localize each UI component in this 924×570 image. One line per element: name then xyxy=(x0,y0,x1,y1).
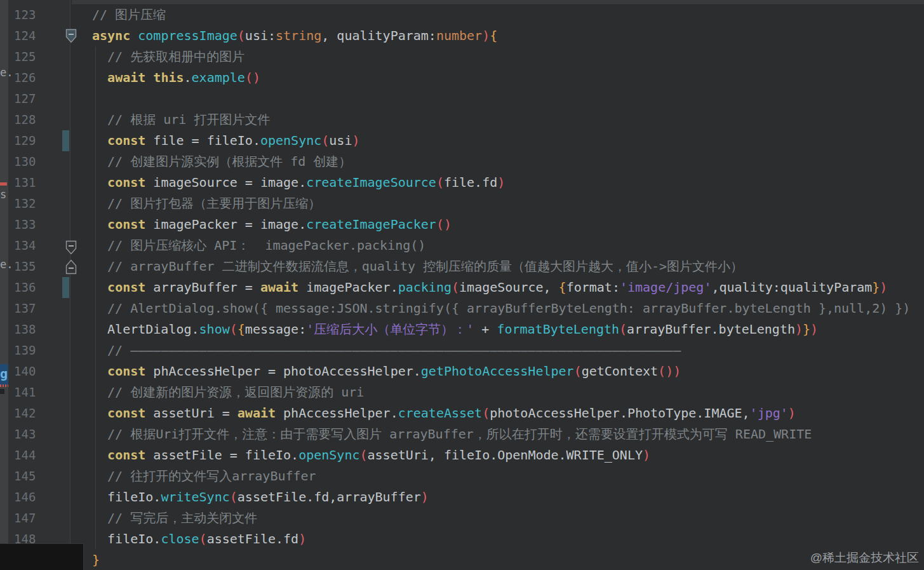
code-line[interactable]: const arrayBuffer = await imagePacker.pa… xyxy=(92,277,910,298)
code-token: // AlertDialog.show({ message:JSON.strin… xyxy=(92,301,910,316)
code-token: ) xyxy=(421,489,429,505)
line-number[interactable]: 135 xyxy=(14,256,36,277)
line-number[interactable]: 134 xyxy=(14,235,36,256)
code-token: imagePacker. xyxy=(298,280,398,295)
code-token: assetUri = xyxy=(145,405,238,421)
code-line[interactable]: // 先获取相册中的图片 xyxy=(92,46,910,67)
code-line[interactable]: async compressImage(usi:string, qualityP… xyxy=(92,25,910,46)
code-token: ) xyxy=(788,405,796,421)
line-number[interactable]: 143 xyxy=(14,424,36,445)
gutter-separator xyxy=(70,0,70,570)
code-line[interactable]: // 根据Uri打开文件，注意：由于需要写入图片 arrayBuffer，所以在… xyxy=(92,424,910,445)
vcs-change-marker[interactable] xyxy=(62,130,69,151)
code-token: { xyxy=(559,280,566,295)
line-number[interactable]: 125 xyxy=(14,46,36,67)
code-token xyxy=(92,405,107,421)
code-token: ( xyxy=(482,405,490,421)
code-token: usi: xyxy=(245,28,276,43)
fold-region-end-icon[interactable] xyxy=(65,259,77,277)
fold-region-start-icon[interactable] xyxy=(65,29,77,46)
code-token: await xyxy=(238,405,276,421)
line-number[interactable]: 144 xyxy=(14,445,36,466)
line-number[interactable]: 133 xyxy=(14,214,36,235)
code-token: arrayBuffer = xyxy=(145,280,260,295)
line-number[interactable]: 145 xyxy=(14,466,36,487)
code-line[interactable]: const file = fileIo.openSync(usi) xyxy=(92,130,910,151)
code-token: 'image/jpeg' xyxy=(620,280,712,295)
code-token: assetUri, fileIo.OpenMode.WRITE_ONLY xyxy=(368,447,643,463)
code-line[interactable]: // 图片打包器（主要用于图片压缩） xyxy=(92,193,910,214)
line-number[interactable]: 139 xyxy=(14,340,36,361)
code-line[interactable]: // 根据 uri 打开图片文件 xyxy=(92,109,910,130)
code-line[interactable]: // 图片压缩 xyxy=(92,4,910,25)
code-line[interactable] xyxy=(92,88,910,109)
editor-pane[interactable]: // 图片压缩async compressImage(usi:string, q… xyxy=(70,0,924,570)
code-token: // 根据 uri 打开图片文件 xyxy=(92,112,270,127)
code-line[interactable]: const assetFile = fileIo.openSync(assetU… xyxy=(92,445,910,466)
line-number[interactable]: 141 xyxy=(14,382,36,403)
code-line[interactable]: // —————————————————————————————————————… xyxy=(92,340,910,361)
code-token: formatByteLength xyxy=(497,322,619,337)
code-token: usi xyxy=(329,133,352,148)
code-token: ( xyxy=(452,280,459,295)
code-rows: // 图片压缩async compressImage(usi:string, q… xyxy=(92,4,910,570)
line-number[interactable]: 126 xyxy=(14,67,36,88)
watermark: @稀土掘金技术社区 xyxy=(810,550,919,566)
line-number[interactable]: 147 xyxy=(14,508,36,529)
code-line[interactable]: // 图片压缩核心 API： imagePacker.packing() xyxy=(92,235,910,256)
code-token: '压缩后大小（单位字节）：' xyxy=(306,322,481,337)
code-token: async xyxy=(92,28,130,43)
cropped-text-fragment: g xyxy=(0,366,8,381)
code-token: const xyxy=(107,217,145,232)
line-number[interactable]: 128 xyxy=(14,109,36,130)
code-line[interactable]: // 创建图片源实例（根据文件 fd 创建） xyxy=(92,151,910,172)
code-token: const xyxy=(107,363,145,379)
code-token xyxy=(92,175,107,190)
code-token: // 创建新的图片资源，返回图片资源的 uri xyxy=(92,384,364,400)
code-token: close xyxy=(161,531,199,546)
code-token: openSync xyxy=(298,447,359,463)
code-line[interactable]: AlertDialog.show({message:'压缩后大小（单位字节）：'… xyxy=(92,319,910,340)
line-number[interactable]: 140 xyxy=(14,361,36,382)
line-number[interactable]: 123 xyxy=(14,4,36,25)
line-number[interactable]: 138 xyxy=(14,319,36,340)
code-token: + xyxy=(481,322,497,337)
line-number[interactable]: 127 xyxy=(14,88,36,109)
code-line[interactable]: // AlertDialog.show({ message:JSON.strin… xyxy=(92,298,910,319)
line-number[interactable]: 142 xyxy=(14,403,36,424)
code-token: getPhotoAccessHelper xyxy=(421,363,574,379)
code-line[interactable]: const imageSource = image.createImageSou… xyxy=(92,172,910,193)
code-line[interactable]: fileIo.close(assetFile.fd) xyxy=(92,529,910,550)
code-token: example xyxy=(192,70,245,85)
code-token: imageSource, xyxy=(459,280,559,295)
line-number[interactable]: 132 xyxy=(14,193,36,214)
line-number[interactable]: 131 xyxy=(14,172,36,193)
fold-region-start-icon[interactable] xyxy=(65,240,77,258)
code-token: ()) xyxy=(658,363,681,379)
code-line[interactable]: // 往打开的文件写入arrayBuffer xyxy=(92,466,910,487)
code-line[interactable]: // 写完后，主动关闭文件 xyxy=(92,508,910,529)
code-token: createImagePacker xyxy=(306,217,436,232)
code-token: // 图片压缩核心 API： imagePacker.packing() xyxy=(92,238,425,253)
line-number[interactable]: 130 xyxy=(14,151,36,172)
code-line[interactable]: const assetUri = await phAccessHelper.cr… xyxy=(92,403,910,424)
code-line[interactable]: const imagePacker = image.createImagePac… xyxy=(92,214,910,235)
code-token: file.fd xyxy=(444,175,497,190)
code-line[interactable]: } xyxy=(92,550,910,570)
line-number[interactable]: 146 xyxy=(14,487,36,508)
code-token: assetFile = fileIo. xyxy=(145,447,298,463)
code-line[interactable]: const phAccessHelper = photoAccessHelper… xyxy=(92,361,910,382)
code-line[interactable]: await this.example() xyxy=(92,67,910,88)
cropped-text-fragment: e. xyxy=(0,259,13,270)
line-number[interactable]: 129 xyxy=(14,130,36,151)
line-number[interactable]: 136 xyxy=(14,277,36,298)
line-number[interactable]: 124 xyxy=(14,25,36,46)
line-number[interactable]: 137 xyxy=(14,298,36,319)
vcs-change-marker[interactable] xyxy=(62,277,69,298)
code-line[interactable]: // 创建新的图片资源，返回图片资源的 uri xyxy=(92,382,910,403)
code-line[interactable]: fileIo.writeSync(assetFile.fd,arrayBuffe… xyxy=(92,487,910,508)
editor-gutter: 1231241251261271281291301311321331341351… xyxy=(8,0,70,570)
code-line[interactable]: // arrayBuffer 二进制文件数据流信息，quality 控制压缩的质… xyxy=(92,256,910,277)
code-token: } xyxy=(872,280,880,295)
code-token: ————————————————————————————————————————… xyxy=(130,343,681,358)
